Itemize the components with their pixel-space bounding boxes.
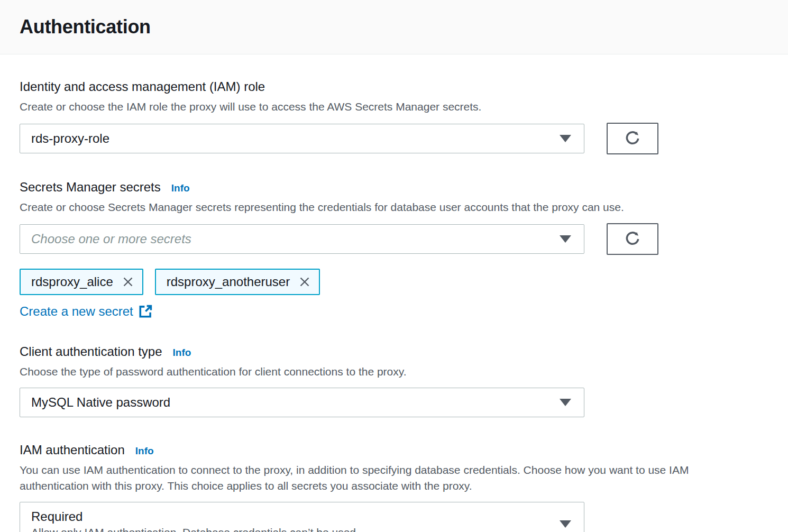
create-new-secret-label: Create a new secret (20, 304, 133, 319)
section-header: Authentication (0, 0, 788, 54)
iam-auth-label: IAM authentication (20, 442, 125, 458)
close-icon (298, 276, 311, 288)
authentication-form: Identity and access management (IAM) rol… (0, 54, 788, 532)
secrets-label: Secrets Manager secrets (20, 179, 161, 196)
iam-auth-selected-description: Allow only IAM authentication. Database … (31, 525, 359, 532)
iam-auth-info-link[interactable]: Info (135, 445, 154, 457)
secret-token: rdsproxy_alice (20, 269, 143, 295)
iam-auth-select[interactable]: Required Allow only IAM authentication. … (20, 502, 584, 532)
external-link-icon (139, 305, 152, 318)
secret-token-label: rdsproxy_alice (31, 274, 113, 289)
remove-secret-button[interactable] (298, 276, 311, 288)
iam-role-selected-value: rds-proxy-role (31, 131, 109, 146)
iam-auth-selected-value: Required (31, 508, 359, 525)
create-new-secret-link[interactable]: Create a new secret (20, 304, 152, 319)
secrets-description: Create or choose Secrets Manager secrets… (20, 199, 768, 215)
close-icon (122, 276, 134, 288)
page-title: Authentication (20, 16, 151, 38)
secrets-select[interactable]: Choose one or more secrets (20, 224, 584, 254)
field-iam-authentication: IAM authentication Info You can use IAM … (20, 442, 768, 532)
iam-role-select[interactable]: rds-proxy-role (20, 124, 584, 153)
secrets-placeholder: Choose one or more secrets (31, 232, 191, 246)
field-client-auth-type: Client authentication type Info Choose t… (20, 343, 768, 417)
client-auth-select[interactable]: MySQL Native password (20, 388, 584, 417)
client-auth-label: Client authentication type (20, 343, 162, 360)
secret-token-label: rdsproxy_anotheruser (167, 274, 290, 289)
client-auth-selected-value: MySQL Native password (31, 395, 170, 410)
chevron-down-icon (560, 399, 571, 406)
remove-secret-button[interactable] (122, 276, 134, 288)
iam-auth-description: You can use IAM authentication to connec… (20, 462, 760, 494)
chevron-down-icon (560, 135, 571, 142)
field-iam-role: Identity and access management (IAM) rol… (20, 78, 768, 154)
refresh-icon (625, 231, 640, 247)
refresh-icon (625, 131, 640, 146)
secrets-info-link[interactable]: Info (171, 182, 190, 194)
selected-secrets-token-row: rdsproxy_alice rdsproxy_anotheruser (20, 269, 768, 295)
iam-role-description: Create or choose the IAM role the proxy … (20, 99, 768, 115)
chevron-down-icon (560, 520, 571, 528)
chevron-down-icon (560, 235, 571, 243)
client-auth-info-link[interactable]: Info (173, 347, 191, 359)
secret-token: rdsproxy_anotheruser (155, 269, 320, 295)
field-secrets: Secrets Manager secrets Info Create or c… (20, 179, 768, 319)
client-auth-description: Choose the type of password authenticati… (20, 364, 768, 380)
secrets-refresh-button[interactable] (607, 223, 658, 255)
iam-role-label: Identity and access management (IAM) rol… (20, 78, 265, 95)
iam-role-refresh-button[interactable] (607, 123, 658, 154)
